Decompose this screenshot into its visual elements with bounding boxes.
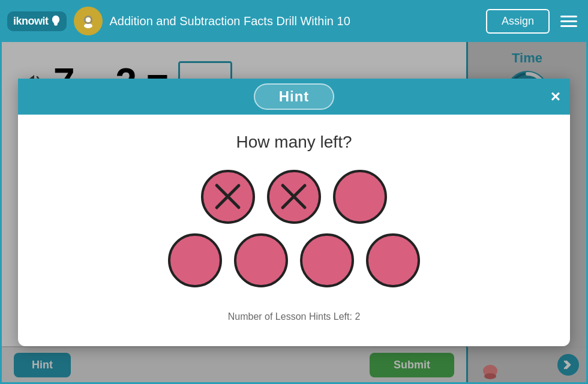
modal-header: Hint × xyxy=(18,79,570,115)
circles-row-2 xyxy=(168,233,420,287)
modal-overlay[interactable]: Hint × How many left? xyxy=(2,42,586,382)
circles-container xyxy=(168,170,420,287)
assign-button[interactable]: Assign xyxy=(486,9,550,34)
circle-plain-2 xyxy=(168,233,222,287)
svg-point-4 xyxy=(86,17,91,22)
top-bar: iknowit Addition and Subtraction Facts D… xyxy=(0,0,588,42)
circle-plain-3 xyxy=(234,233,288,287)
avatar xyxy=(74,7,103,35)
circle-plain-1 xyxy=(333,170,387,224)
logo: iknowit xyxy=(7,11,67,31)
logo-text: iknowit xyxy=(13,15,49,28)
hint-question-text: How many left? xyxy=(236,133,352,152)
hamburger-line-1 xyxy=(560,16,577,17)
circle-plain-5 xyxy=(366,233,420,287)
circles-row-1 xyxy=(201,170,387,224)
hamburger-line-3 xyxy=(560,25,577,27)
circle-plain-4 xyxy=(300,233,354,287)
hint-footer-text: Number of Lesson Hints Left: 2 xyxy=(228,311,361,322)
circle-crossed-1 xyxy=(201,170,255,224)
main-content: 7 – 2 = Time Hint Submit xyxy=(0,42,588,384)
hamburger-button[interactable] xyxy=(557,12,581,31)
svg-rect-2 xyxy=(54,25,57,26)
hamburger-line-2 xyxy=(560,20,577,22)
modal-title: Hint xyxy=(254,83,335,110)
avatar-icon xyxy=(81,14,95,28)
modal-body: How many left? xyxy=(18,115,570,346)
hint-modal: Hint × How many left? xyxy=(18,79,570,346)
svg-rect-1 xyxy=(53,23,57,25)
lesson-title: Addition and Subtraction Facts Drill Wit… xyxy=(110,14,479,28)
modal-close-button[interactable]: × xyxy=(551,88,560,105)
circle-crossed-2 xyxy=(267,170,321,224)
svg-point-5 xyxy=(84,23,92,28)
bulb-icon xyxy=(51,15,61,27)
